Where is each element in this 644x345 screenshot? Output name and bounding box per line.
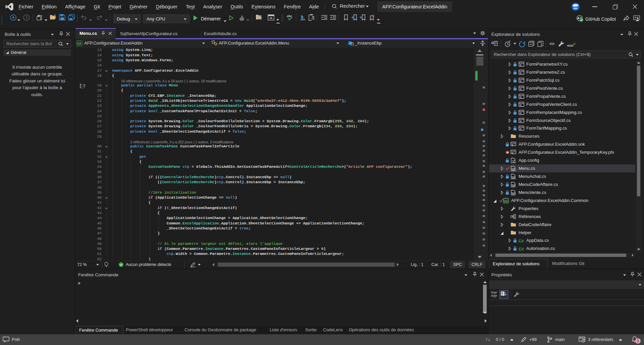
svg-text:Z: Z xyxy=(501,294,503,296)
svg-text:C#: C# xyxy=(504,200,508,203)
